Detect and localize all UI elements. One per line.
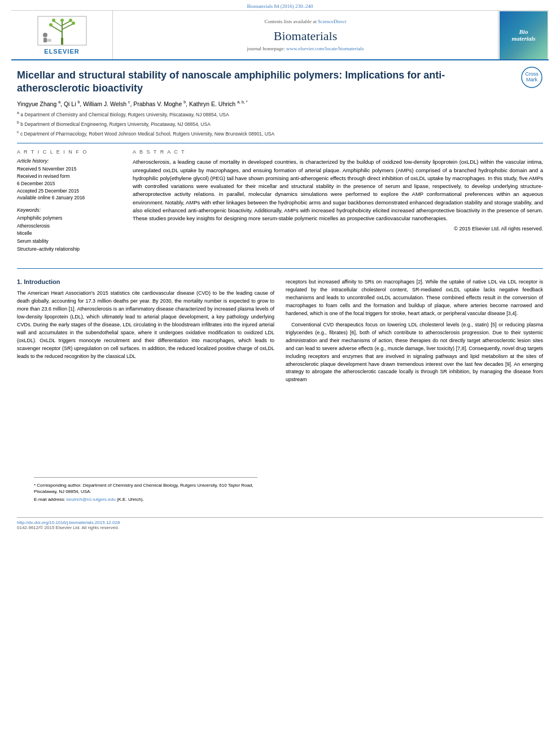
revised-label: Received in revised form bbox=[17, 173, 121, 180]
abstract-column: A B S T R A C T Atherosclerosis, a leadi… bbox=[133, 149, 543, 253]
history-title: Article history: bbox=[17, 158, 121, 164]
keywords-title: Keywords: bbox=[17, 207, 121, 213]
svg-rect-0 bbox=[61, 38, 63, 45]
introduction-text-left: The American Heart Association's 2015 st… bbox=[17, 290, 274, 360]
article-body: 1. Introduction The American Heart Assoc… bbox=[0, 276, 560, 513]
accepted-date: Accepted 25 December 2015 bbox=[17, 187, 121, 195]
svg-rect-13 bbox=[47, 39, 51, 42]
page: Biomaterials 84 (2016) 230–240 bbox=[0, 0, 560, 747]
crossmark-badge[interactable]: Cross Mark bbox=[520, 66, 543, 89]
journal-thumbnail: Biomaterials bbox=[498, 11, 549, 59]
article-info-header: A R T I C L E I N F O bbox=[17, 149, 121, 155]
keyword-2: Atherosclerosis bbox=[17, 222, 121, 230]
svg-point-10 bbox=[60, 19, 64, 22]
crossmark-icon: Cross Mark bbox=[520, 66, 543, 89]
svg-text:Mark: Mark bbox=[526, 77, 537, 82]
keyword-4: Serum stability bbox=[17, 238, 121, 246]
affiliation-b: b b Department of Biomedical Engineering… bbox=[17, 120, 543, 128]
elsevier-logo: ELSEVIER bbox=[37, 15, 88, 55]
journal-name: Biomaterials bbox=[124, 29, 487, 43]
journal-homepage: journal homepage: www.elsevier.com/locat… bbox=[124, 46, 487, 51]
journal-reference: Biomaterials 84 (2016) 230–240 bbox=[0, 0, 560, 10]
homepage-url[interactable]: www.elsevier.com/locate/biomaterials bbox=[286, 46, 364, 51]
article-info-column: A R T I C L E I N F O Article history: R… bbox=[17, 149, 121, 253]
keyword-1: Amphiphilic polymers bbox=[17, 215, 121, 222]
email-note: E-mail address: keulrich@rci.rutgers.edu… bbox=[34, 496, 257, 503]
affiliation-a: a a Department of Chemistry and Chemical… bbox=[17, 110, 543, 119]
introduction-text-right: receptors but increased affinity to SRs … bbox=[286, 278, 543, 384]
authors-line: Yingyue Zhang a, Qi Li b, William J. Wel… bbox=[17, 100, 543, 107]
article-info-abstract: A R T I C L E I N F O Article history: R… bbox=[17, 143, 543, 253]
keywords-section: Keywords: Amphiphilic polymers Atheroscl… bbox=[17, 207, 121, 253]
article-title: Micellar and structural stability of nan… bbox=[17, 69, 543, 95]
svg-text:Cross: Cross bbox=[525, 71, 539, 77]
doi-link[interactable]: http://dx.doi.org/10.1016/j.biomaterials… bbox=[17, 520, 543, 525]
introduction-title: 1. Introduction bbox=[17, 278, 274, 285]
svg-line-4 bbox=[54, 21, 62, 27]
affiliations: a a Department of Chemistry and Chemical… bbox=[17, 110, 543, 137]
svg-point-8 bbox=[52, 19, 55, 22]
journal-header: ELSEVIER Contents lists available at Sci… bbox=[11, 10, 549, 60]
svg-point-11 bbox=[43, 33, 47, 37]
article-content: Cross Mark Micellar and structural stabi… bbox=[0, 60, 560, 261]
contents-available-label: Contents lists available at ScienceDirec… bbox=[124, 19, 487, 24]
body-column-right: receptors but increased affinity to SRs … bbox=[286, 278, 543, 504]
svg-rect-12 bbox=[43, 38, 47, 42]
journal-info-center: Contents lists available at ScienceDirec… bbox=[113, 11, 498, 59]
title-area: Cross Mark Micellar and structural stabi… bbox=[17, 69, 543, 95]
keyword-5: Structure–activity relationship bbox=[17, 246, 121, 254]
footnote-spacer bbox=[17, 364, 274, 477]
bottom-copyright: 0142-9612/© 2015 Elsevier Ltd. All right… bbox=[17, 525, 543, 530]
section-divider bbox=[17, 268, 543, 269]
corresponding-author-note: * Corresponding author. Department of Ch… bbox=[34, 482, 257, 495]
svg-line-2 bbox=[51, 25, 62, 32]
svg-line-5 bbox=[62, 21, 71, 25]
keyword-3: Micelle bbox=[17, 230, 121, 238]
email-link[interactable]: keulrich@rci.rutgers.edu bbox=[67, 497, 116, 502]
footnotes: * Corresponding author. Department of Ch… bbox=[34, 477, 257, 503]
journal-cover-image: Biomaterials bbox=[500, 11, 548, 59]
available-date: Available online 6 January 2016 bbox=[17, 194, 121, 202]
abstract-header: A B S T R A C T bbox=[133, 149, 543, 155]
body-column-left: 1. Introduction The American Heart Assoc… bbox=[17, 278, 274, 504]
bottom-bar: http://dx.doi.org/10.1016/j.biomaterials… bbox=[17, 517, 543, 530]
elsevier-tree-icon bbox=[37, 15, 88, 46]
svg-point-7 bbox=[72, 21, 75, 25]
svg-point-9 bbox=[69, 19, 72, 22]
article-history: Article history: Received 5 November 201… bbox=[17, 158, 121, 202]
elsevier-brand: ELSEVIER bbox=[44, 48, 79, 55]
received-date: Received 5 November 2015 bbox=[17, 165, 121, 173]
elsevier-logo-area: ELSEVIER bbox=[11, 11, 113, 59]
svg-point-6 bbox=[49, 23, 53, 27]
abstract-text: Atherosclerosis, a leading cause of mort… bbox=[133, 158, 543, 222]
affiliation-c: c c Department of Pharmacology, Robert W… bbox=[17, 129, 543, 138]
science-direct-link[interactable]: ScienceDirect bbox=[318, 19, 346, 24]
revised-date: 6 December 2015 bbox=[17, 180, 121, 187]
abstract-copyright: © 2015 Elsevier Ltd. All rights reserved… bbox=[133, 226, 543, 231]
